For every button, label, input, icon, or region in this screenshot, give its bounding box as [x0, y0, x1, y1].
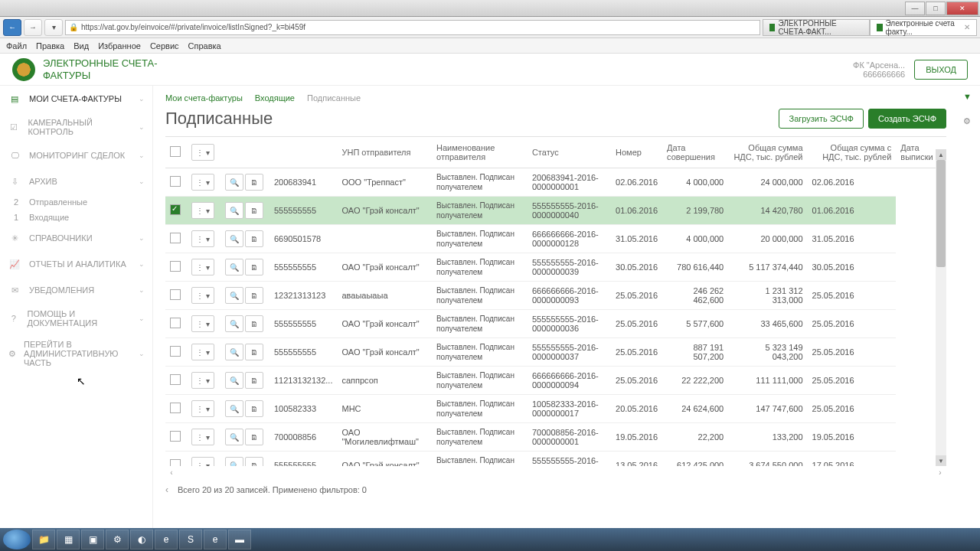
sidebar-item[interactable]: ✳СПРАВОЧНИКИ⌄	[0, 225, 152, 251]
doc-icon[interactable]: 🗎	[245, 400, 263, 417]
view-icon[interactable]: 🔍	[225, 457, 243, 466]
view-icon[interactable]: 🔍	[225, 259, 243, 276]
table-row[interactable]: ⋮ ▾🔍🗎100582333МНСВыставлен. Подписан пол…	[165, 395, 946, 423]
column-header[interactable]	[165, 137, 187, 168]
sidebar-item[interactable]: ?ПОМОЩЬ И ДОКУМЕНТАЦИЯ⌄	[0, 303, 152, 334]
row-checkbox[interactable]	[170, 374, 181, 385]
doc-icon[interactable]: 🗎	[245, 344, 263, 360]
pager-prev-icon[interactable]: ‹	[165, 484, 168, 495]
table-row[interactable]: ⋮ ▾🔍🗎200683941ООО "Треппаст"Выставлен. П…	[165, 168, 946, 197]
doc-icon[interactable]: 🗎	[245, 457, 263, 466]
scroll-thumb[interactable]	[936, 160, 946, 267]
column-header[interactable]: ⋮ ▾	[187, 137, 220, 168]
view-icon[interactable]: 🔍	[225, 174, 243, 191]
menu-tools[interactable]: Сервис	[150, 41, 179, 51]
browser-tab[interactable]: ЭЛЕКТРОННЫЕ СЧЕТА-ФАКТ...	[763, 19, 870, 36]
row-checkbox[interactable]	[170, 459, 181, 466]
doc-icon[interactable]: 🗎	[245, 174, 263, 191]
sidebar-item[interactable]: ⇩АРХИВ⌄	[0, 168, 152, 194]
view-icon[interactable]: 🔍	[225, 429, 243, 445]
window-maximize[interactable]: □	[926, 2, 946, 15]
settings-icon[interactable]: ⚙	[963, 116, 975, 129]
taskbar-app[interactable]: e	[155, 530, 178, 549]
view-icon[interactable]: 🔍	[225, 372, 243, 389]
browser-tab[interactable]: Электронные счета факту...✕	[870, 19, 977, 36]
sidebar-item[interactable]: ☑КАМЕРАЛЬНЫЙ КОНТРОЛЬ⌄	[0, 112, 152, 142]
row-action-dropdown[interactable]: ⋮ ▾	[191, 457, 214, 466]
table-row[interactable]: ⋮ ▾🔍🗎555555555ОАО "Грэй консалт"Выставле…	[165, 253, 946, 282]
menu-view[interactable]: Вид	[74, 41, 89, 51]
address-bar[interactable]: 🔒 https://vat.gov.by/einvoice/#/private/…	[65, 20, 760, 35]
taskbar-app[interactable]: ▦	[57, 530, 80, 549]
scroll-left-icon[interactable]: ‹	[165, 467, 178, 478]
row-checkbox[interactable]	[170, 318, 181, 328]
column-header[interactable]: Наименование отправителя	[432, 137, 528, 168]
row-action-dropdown[interactable]: ⋮ ▾	[191, 287, 214, 304]
filter-icon[interactable]: ▼	[963, 92, 975, 104]
taskbar-app[interactable]: ▣	[81, 530, 104, 549]
tab-close-icon[interactable]: ✕	[964, 23, 970, 31]
row-checkbox[interactable]	[170, 346, 181, 357]
breadcrumb-link[interactable]: Мои счета-фактуры	[165, 93, 243, 103]
upload-button[interactable]: Загрузить ЭСЧФ	[779, 109, 863, 129]
table-row[interactable]: ⋮ ▾🔍🗎555555555ОАО "Грэй консалт"Выставле…	[165, 310, 946, 338]
row-action-dropdown[interactable]: ⋮ ▾	[191, 174, 214, 191]
doc-icon[interactable]: 🗎	[245, 259, 263, 276]
sidebar-item[interactable]: 🖵МОНИТОРИНГ СДЕЛОК⌄	[0, 142, 152, 168]
row-checkbox[interactable]	[170, 431, 181, 442]
nav-forward-button[interactable]: →	[24, 19, 42, 36]
row-action-dropdown[interactable]: ⋮ ▾	[191, 344, 214, 360]
taskbar-app[interactable]: S	[179, 530, 202, 549]
row-action-dropdown[interactable]: ⋮ ▾	[191, 372, 214, 389]
sidebar-subitem[interactable]: 1Входящие	[0, 210, 152, 225]
sidebar-item[interactable]: 📈ОТЧЕТЫ И АНАЛИТИКА⌄	[0, 251, 152, 277]
row-action-dropdown[interactable]: ⋮ ▾	[191, 202, 214, 219]
row-action-dropdown[interactable]: ⋮ ▾	[191, 315, 214, 332]
column-header[interactable]: УНП отправителя	[337, 137, 432, 168]
sidebar-item[interactable]: ⚙ПЕРЕЙТИ В АДМИНИСТРАТИВНУЮ ЧАСТЬ⌄	[0, 334, 152, 373]
row-action-dropdown[interactable]: ⋮ ▾	[191, 400, 214, 417]
view-icon[interactable]: 🔍	[225, 287, 243, 304]
table-row[interactable]: ⋮ ▾🔍🗎700008856ОАО "Могилевлифтмаш"Выстав…	[165, 423, 946, 452]
table-row[interactable]: ⋮ ▾🔍🗎555555555ОАО "Грэй консалт"Выставле…	[165, 197, 946, 225]
nav-dropdown[interactable]: ▾	[44, 19, 63, 36]
doc-icon[interactable]: 🗎	[245, 372, 263, 389]
table-row[interactable]: ⋮ ▾🔍🗎11213132132...саппрсопВыставлен. По…	[165, 367, 946, 395]
sidebar-item[interactable]: ▤МОИ СЧЕТА-ФАКТУРЫ⌄	[0, 86, 152, 112]
table-row[interactable]: ⋮ ▾🔍🗎555555555ОАО "Грэй консалт"Выставле…	[165, 338, 946, 367]
menu-help[interactable]: Справка	[188, 41, 221, 51]
vertical-scrollbar[interactable]: ▲ ▼	[936, 160, 946, 466]
menu-edit[interactable]: Правка	[36, 41, 64, 51]
menu-favorites[interactable]: Избранное	[98, 41, 141, 51]
create-button[interactable]: Создать ЭСЧФ	[868, 109, 946, 129]
sidebar-item[interactable]: ✉УВЕДОМЛЕНИЯ⌄	[0, 277, 152, 303]
row-checkbox[interactable]	[170, 176, 181, 187]
row-checkbox[interactable]	[170, 289, 181, 300]
view-icon[interactable]: 🔍	[225, 344, 243, 360]
row-checkbox[interactable]	[170, 261, 181, 272]
table-row[interactable]: ⋮ ▾🔍🗎12321313123аваыаыаыаВыставлен. Подп…	[165, 282, 946, 310]
view-icon[interactable]: 🔍	[225, 230, 243, 247]
row-action-dropdown[interactable]: ⋮ ▾	[191, 259, 214, 276]
select-all-checkbox[interactable]	[170, 146, 181, 157]
taskbar-app[interactable]: ▬	[228, 530, 251, 549]
row-checkbox[interactable]	[170, 403, 181, 413]
bulk-action-dropdown[interactable]: ⋮ ▾	[191, 144, 214, 161]
taskbar-app[interactable]: e	[204, 530, 227, 549]
column-header[interactable]: Статус	[528, 137, 611, 168]
horizontal-scrollbar[interactable]: ‹ ›	[165, 466, 946, 478]
column-header[interactable]: Общая сумма с НДС, тыс. рублей	[808, 137, 897, 168]
doc-icon[interactable]: 🗎	[245, 202, 263, 219]
column-header[interactable]: Номер	[611, 137, 662, 168]
view-icon[interactable]: 🔍	[225, 400, 243, 417]
taskbar-app[interactable]: 📁	[32, 530, 55, 549]
logout-button[interactable]: ВЫХОД	[914, 60, 968, 80]
scroll-up-icon[interactable]: ▲	[936, 149, 946, 160]
window-close[interactable]: ✕	[946, 2, 978, 15]
row-checkbox[interactable]	[170, 233, 181, 243]
view-icon[interactable]: 🔍	[225, 315, 243, 332]
start-button[interactable]	[3, 530, 31, 549]
column-header[interactable]: Дата совершения	[662, 137, 728, 168]
window-minimize[interactable]: —	[905, 2, 925, 15]
nav-back-button[interactable]: ←	[3, 19, 21, 36]
